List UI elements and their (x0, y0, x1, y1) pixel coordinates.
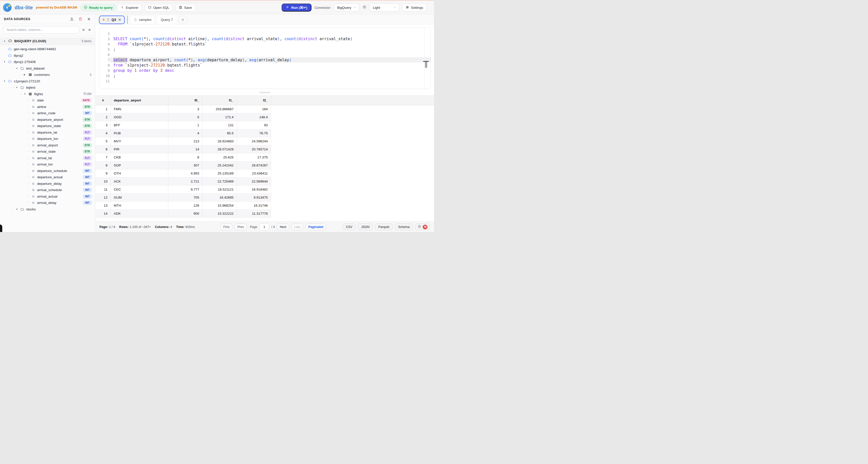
table-row[interactable]: 1FMN3203.666667164 (95, 105, 271, 113)
code-line-3[interactable]: 3SELECT count(*), count(distinct airline… (99, 36, 431, 41)
tree-item-arrival_actual[interactable]: arrival_actualINT (0, 193, 95, 200)
last-page-button[interactable]: Last (291, 223, 303, 230)
page-number-input[interactable] (259, 223, 269, 230)
code-line-11[interactable]: 11 (99, 78, 431, 84)
code-line-8[interactable]: 8from `s1project-272120.bqtest.flights` (99, 63, 431, 68)
table-row[interactable]: 12GUM70516.426959.913475 (95, 193, 271, 202)
tree-item-date[interactable]: dateDATE (0, 97, 95, 104)
tree-item-arrival_lon[interactable]: arrival_lonFLT (0, 161, 95, 168)
trash-icon[interactable] (79, 17, 82, 21)
connector-select[interactable]: BigQuery (334, 3, 359, 11)
code-line-6[interactable]: 6 (99, 52, 431, 57)
caret-down-icon[interactable]: ▼ (3, 40, 6, 42)
new-tab-button[interactable]: + (179, 16, 187, 24)
code-line-10[interactable]: 10; (99, 73, 431, 78)
first-page-button[interactable]: First (220, 223, 232, 230)
tree-item-tfproj2[interactable]: tfproj2 (0, 53, 95, 59)
tree-item-departure_delay[interactable]: departure_delayINT (0, 181, 95, 187)
explorer-button[interactable]: Explorer (117, 4, 142, 11)
tree-item-test_dataset[interactable]: ▼test_dataset (0, 65, 95, 72)
run-button[interactable]: Run (⌘↵) (282, 3, 311, 11)
search-input[interactable] (3, 26, 80, 34)
close-icon[interactable] (87, 17, 91, 21)
tree-item-airline_code[interactable]: airline_codeINT (0, 110, 95, 117)
export-schema-button[interactable]: Schema (395, 223, 413, 230)
export-csv-button[interactable]: CSV (343, 223, 355, 230)
table-row[interactable]: 4PUB465.576.75 (95, 129, 271, 137)
code-line-5[interactable]: 5; (99, 47, 431, 52)
upload-icon[interactable] (70, 17, 74, 21)
table-row[interactable]: 2OGD5172.4148.4 (95, 113, 271, 121)
export-parquet-button[interactable]: Parquet (375, 223, 393, 230)
caret-down-icon[interactable]: ▼ (3, 80, 6, 82)
expand-all-button[interactable] (82, 28, 85, 32)
settings-button[interactable]: Settings (402, 4, 427, 11)
open-sql-button[interactable]: Open SQL (145, 4, 173, 11)
table-row[interactable]: 5MVY21328.92488324.596244 (95, 137, 271, 145)
tree-item-flights[interactable]: ▼flights70.6M (0, 91, 95, 97)
tab-q3[interactable]: Q3 ✕ (99, 16, 125, 24)
table-row[interactable]: 14ADK90015.32222211.317778 (95, 210, 271, 218)
caret-down-icon[interactable]: ▼ (16, 67, 18, 69)
theme-select[interactable]: Light (370, 3, 399, 11)
tree-item-departure_airport[interactable]: departure_airportSTR (0, 117, 95, 123)
caret-down-icon[interactable]: ▼ (16, 208, 18, 210)
caret-down-icon[interactable]: ▼ (16, 86, 18, 89)
tree-item-s1project-272120[interactable]: ▼s1project-272120 (0, 78, 95, 85)
prev-page-button[interactable]: Prev (234, 223, 247, 230)
history-button[interactable]: 38 (415, 223, 430, 230)
tree-item-tfproj1-275406[interactable]: ▼tfproj1-275406 (0, 59, 95, 65)
save-button[interactable]: Save (176, 4, 195, 11)
caret-down-icon[interactable]: ▼ (3, 61, 6, 63)
tree-item-arrival_lat[interactable]: arrival_latFLT (0, 155, 95, 161)
caret-down-icon[interactable]: ▼ (24, 93, 26, 95)
tree-item-airline[interactable]: airlineSTR (0, 104, 95, 110)
caret-right-icon[interactable]: ▶ (24, 73, 26, 76)
tree-item-bqtest[interactable]: ▼bqtest (0, 84, 95, 91)
close-tab-icon[interactable]: ✕ (118, 18, 121, 22)
code-line-4[interactable]: 4 FROM `s1project-272120.bqtest.flights` (99, 41, 431, 47)
export-json-button[interactable]: JSON (358, 223, 373, 230)
table-row[interactable]: 3BFF113193 (95, 121, 271, 129)
column-header-departure_airport[interactable]: departure_airport (111, 96, 168, 105)
tree-item-arrival_state[interactable]: arrival_stateSTR (0, 148, 95, 155)
column-header-f0_[interactable]: f0_ (168, 96, 203, 105)
theme-toggle[interactable] (362, 5, 367, 10)
table-row[interactable]: 13MTH12615.96825416.31746 (95, 202, 271, 210)
code-line-9[interactable]: 9group by 1 order by 3 desc (99, 68, 431, 73)
tree-item-customers[interactable]: ▶customers3 (0, 71, 95, 78)
table-row[interactable]: 7CKB825.62517.375 (95, 153, 271, 161)
column-icon (31, 143, 35, 147)
tree-item-gen-lang-client-0896744692[interactable]: gen-lang-client-0896744692 (0, 46, 95, 53)
table-row[interactable]: 6PIR1428.07142920.785714 (95, 145, 271, 153)
paginated-toggle-button[interactable]: Paginated (305, 223, 326, 230)
code-line-2[interactable]: 2 (99, 31, 431, 36)
tree-item-arrival_delay[interactable]: arrival_delayINT (0, 199, 95, 206)
column-header-rownum[interactable]: # (95, 96, 111, 105)
tree-item-arrival_schedule[interactable]: arrival_scheduleINT (0, 187, 95, 193)
tab-samples[interactable]: samples (130, 16, 155, 24)
column-header-f1_[interactable]: f1_ (203, 96, 237, 105)
panel-resize-handle[interactable] (259, 92, 270, 93)
tree-item-departure_schedule[interactable]: departure_scheduleINT (0, 168, 95, 174)
tree-item-departure_actual[interactable]: departure_actualINT (0, 174, 95, 181)
table-row[interactable]: 8SOP30725.24104228.674267 (95, 161, 271, 169)
collapse-all-button[interactable] (88, 28, 91, 32)
editor-scrollbar-thumb[interactable] (425, 62, 427, 68)
code-line-7[interactable]: 7select departure_airport, count(*), avg… (99, 57, 431, 63)
table-row[interactable]: 9OTH4,99325.13518923.436411 (95, 169, 271, 178)
tree-item-departure_state[interactable]: departure_stateSTR (0, 123, 95, 129)
file-icon (106, 18, 110, 22)
next-page-button[interactable]: Next (277, 223, 289, 230)
sidebar-section-bigquery[interactable]: ▼ BIGQUERY (CLOUD) 5 items (0, 37, 95, 45)
tree-item-departure_lat[interactable]: departure_latFLT (0, 129, 95, 136)
tree-item-arrival_airport[interactable]: arrival_airportSTR (0, 142, 95, 149)
column-header-f2_[interactable]: f2_ (237, 96, 271, 105)
tree-item-stocks[interactable]: ▼stocks (0, 206, 95, 213)
table-row[interactable]: 11CEC9,77718.52112116.918482 (95, 186, 271, 193)
sql-editor[interactable]: 23SELECT count(*), count(distinct airlin… (99, 28, 431, 89)
table-row[interactable]: 10ACK2,72122.72546922.569644 (95, 178, 271, 186)
tree-item-departure_lon[interactable]: departure_lonFLT (0, 135, 95, 142)
tab-query-7[interactable]: Query 7 (157, 16, 176, 24)
table-cell: 203.666667 (203, 105, 237, 113)
